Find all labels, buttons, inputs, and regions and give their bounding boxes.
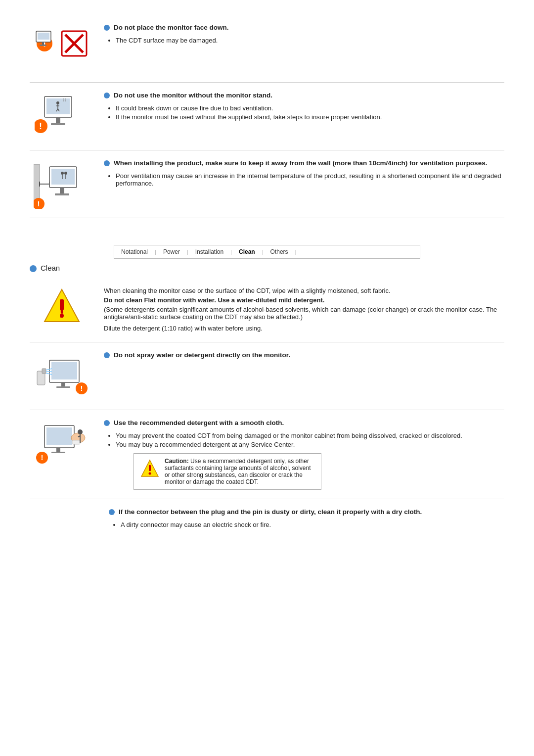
- svg-rect-11: [56, 117, 60, 123]
- section-no-stand-bullets: It could break down or cause fire due to…: [104, 104, 504, 121]
- tab-notational[interactable]: Notational: [114, 245, 155, 258]
- section-smooth-cloth: ! Use the recommended detergent with a s…: [30, 410, 504, 499]
- svg-point-33: [64, 172, 67, 175]
- nav-tabs: Notational | Power | Installation | Clea…: [114, 245, 420, 259]
- section-connector-content: If the connector between the plug and th…: [30, 508, 504, 530]
- svg-rect-42: [56, 386, 70, 388]
- blue-dot-icon: [104, 160, 110, 166]
- section-no-spray-title: Do not spray water or detergent directly…: [114, 351, 290, 359]
- section-wall-distance-bullets: Poor ventilation may cause an increase i…: [104, 172, 504, 187]
- bullet-item: Poor ventilation may cause an increase i…: [116, 172, 504, 187]
- clean-section-heading: Clean: [30, 264, 504, 272]
- section-no-spray: ! Do not spray water or detergent direct…: [30, 342, 504, 410]
- svg-rect-41: [61, 382, 65, 386]
- tab-clean[interactable]: Clean: [232, 245, 262, 258]
- svg-text:!: !: [41, 453, 44, 462]
- clean-bold-text: Do not clean Flat monitor with water. Us…: [104, 296, 504, 304]
- section-wall-distance-content: When installing the product, make sure t…: [104, 159, 504, 189]
- section-connector-bullets: A dirty connector may cause an electric …: [109, 521, 504, 528]
- caution-triangle-icon: [140, 459, 160, 480]
- svg-rect-37: [60, 299, 64, 310]
- svg-rect-6: [38, 33, 49, 40]
- illustration-no-spray: !: [30, 351, 94, 401]
- blue-dot-icon: [109, 509, 115, 515]
- svg-rect-26: [60, 188, 64, 193]
- svg-text:!: !: [39, 121, 42, 131]
- svg-rect-27: [55, 193, 69, 195]
- caution-bold-text: Caution:: [165, 458, 189, 465]
- section-smooth-cloth-title: Use the recommended detergent with a smo…: [114, 419, 284, 426]
- tab-installation[interactable]: Installation: [188, 245, 230, 258]
- caution-box: Caution: Use a recommended detergent onl…: [134, 453, 321, 490]
- section-no-stand-title: Do not use the monitor without the monit…: [114, 92, 272, 99]
- svg-point-38: [60, 314, 64, 318]
- section-no-spray-content: Do not spray water or detergent directly…: [104, 351, 504, 364]
- clean-main-content: ! When cleaning the monitor case or the …: [30, 282, 504, 342]
- section-face-down-content: Do not place the monitor face down. The …: [104, 24, 504, 46]
- section-smooth-cloth-content: Use the recommended detergent with a smo…: [104, 419, 504, 490]
- svg-rect-44: [42, 369, 46, 374]
- blue-dot-icon: [104, 420, 110, 426]
- tab-power[interactable]: Power: [156, 245, 187, 258]
- svg-rect-62: [149, 465, 151, 471]
- section-smooth-cloth-bullets: You may prevent the coated CDT from bein…: [104, 432, 504, 448]
- bullet-item: You may buy a recommended detergent at a…: [116, 441, 504, 448]
- svg-point-15: [56, 101, 59, 104]
- section-face-down: ! Do not place the monitor face down. Th…: [30, 15, 504, 83]
- clean-text-block: When cleaning the monitor case or the su…: [104, 287, 504, 332]
- clean-para3: Dilute the detergent (1:10 ratio) with w…: [104, 325, 504, 332]
- blue-dot-icon: [104, 352, 110, 358]
- nav-sep-5: |: [295, 249, 297, 255]
- svg-rect-8: [40, 45, 46, 46]
- section-no-stand: ! Do not use the monitor without the mon…: [30, 83, 504, 150]
- section-no-stand-content: Do not use the monitor without the monit…: [104, 92, 504, 122]
- svg-text:!: !: [37, 199, 40, 208]
- section-face-down-bullets: The CDT surface may be damaged.: [104, 37, 504, 44]
- section-connector: If the connector between the plug and th…: [30, 499, 504, 539]
- bullet-item: The CDT surface may be damaged.: [116, 37, 504, 44]
- section-wall-distance: ! When installing the product, make sure…: [30, 150, 504, 218]
- blue-dot-icon: [104, 93, 110, 98]
- blue-dot-icon: [104, 25, 110, 31]
- illustration-smooth-cloth: !: [30, 419, 94, 469]
- svg-rect-52: [56, 448, 60, 452]
- section-connector-title: If the connector between the plug and th…: [119, 508, 422, 516]
- svg-rect-40: [51, 362, 77, 379]
- clean-heading-text: Clean: [41, 264, 60, 272]
- clean-warning-icon: !: [30, 287, 94, 327]
- bullet-item: It could break down or cause fire due to…: [116, 104, 504, 112]
- clean-para1: When cleaning the monitor case or the su…: [104, 287, 504, 294]
- svg-point-30: [61, 172, 64, 175]
- svg-rect-51: [46, 427, 72, 445]
- illustration-no-stand: !: [30, 92, 94, 141]
- illustration-wall-distance: !: [30, 159, 94, 209]
- section-wall-distance-title: When installing the product, make sure t…: [114, 159, 487, 167]
- svg-rect-53: [51, 452, 65, 453]
- caution-text: Caution: Use a recommended detergent onl…: [165, 458, 315, 485]
- spacer: [30, 218, 504, 233]
- section-face-down-title: Do not place the monitor face down.: [114, 24, 229, 31]
- clean-para2: (Some detergents contain significant amo…: [104, 306, 504, 321]
- clean-blue-dot-icon: [30, 265, 37, 272]
- svg-rect-20: [34, 164, 40, 204]
- svg-point-56: [78, 429, 83, 434]
- svg-rect-12: [51, 123, 65, 125]
- svg-text:!: !: [81, 384, 83, 392]
- svg-rect-7: [42, 42, 44, 45]
- tab-others[interactable]: Others: [264, 245, 295, 258]
- svg-rect-25: [51, 169, 75, 185]
- svg-rect-55: [72, 440, 80, 444]
- illustration-face-down: !: [30, 24, 94, 73]
- bullet-item: If the monitor must be used without the …: [116, 113, 504, 121]
- svg-point-63: [149, 472, 151, 475]
- bullet-item: A dirty connector may cause an electric …: [121, 521, 504, 528]
- bullet-item: You may prevent the coated CDT from bein…: [116, 432, 504, 439]
